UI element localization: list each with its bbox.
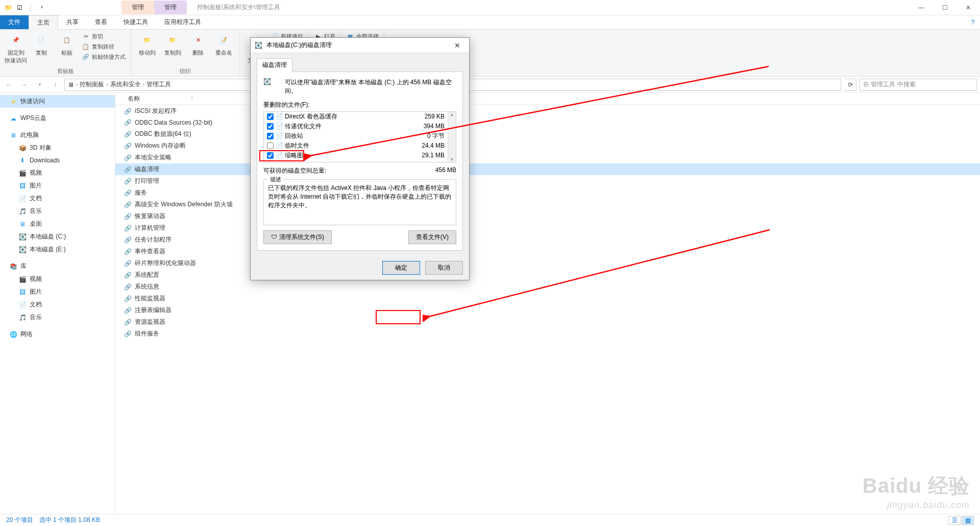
cleanup-checkbox[interactable] bbox=[267, 113, 274, 120]
tab-app-tools[interactable]: 应用程序工具 bbox=[156, 15, 209, 29]
desktop-icon: 🖥 bbox=[18, 220, 27, 228]
nav-this-pc[interactable]: 🖥此电脑 bbox=[0, 129, 115, 141]
forward-button[interactable]: → bbox=[18, 79, 31, 91]
navigation-pane[interactable]: ★快速访问 ☁WPS云盘 🖥此电脑 📦3D 对象 ⬇Downloads 🎬视频 … bbox=[0, 93, 115, 514]
list-item[interactable]: 🔗性能监视器 bbox=[115, 293, 980, 304]
recent-button[interactable]: ▾ bbox=[34, 79, 46, 91]
cleanup-checkbox[interactable] bbox=[267, 123, 274, 130]
cleanup-row[interactable]: 📄回收站0 字节 bbox=[264, 131, 456, 141]
ok-button[interactable]: 确定 bbox=[382, 261, 420, 275]
paste-button[interactable]: 📋粘贴 bbox=[55, 32, 79, 57]
list-item[interactable]: 🔗ODBC Data Sources (32-bit) bbox=[115, 117, 980, 128]
list-item[interactable]: 🔗高级安全 Windows Defender 防火墙 bbox=[115, 199, 980, 210]
cleanup-row[interactable]: 📄临时文件24.4 MB bbox=[264, 141, 456, 151]
list-item[interactable]: 🔗恢复驱动器 bbox=[115, 210, 980, 222]
file-list[interactable]: 🔗iSCSI 发起程序🔗ODBC Data Sources (32-bit)🔗O… bbox=[115, 105, 980, 514]
view-files-button[interactable]: 查看文件(V) bbox=[408, 230, 456, 244]
disk-cleanup-icon: 💽 bbox=[255, 42, 262, 49]
refresh-button[interactable]: ⟳ bbox=[844, 79, 856, 91]
list-item[interactable]: 🔗本地安全策略 bbox=[115, 152, 980, 163]
nav-downloads[interactable]: ⬇Downloads bbox=[0, 154, 115, 166]
list-item[interactable]: 🔗系统信息 bbox=[115, 281, 980, 293]
crumb-admin-tools[interactable]: 管理工具 bbox=[146, 80, 171, 89]
list-item[interactable]: 🔗注册表编辑器 bbox=[115, 304, 980, 316]
nav-quick-access[interactable]: ★快速访问 bbox=[0, 95, 115, 108]
nav-3d-objects[interactable]: 📦3D 对象 bbox=[0, 141, 115, 154]
tab-home[interactable]: 主页 bbox=[29, 15, 58, 30]
context-tab-app[interactable]: 管理 bbox=[154, 1, 187, 14]
cleanup-checkbox[interactable] bbox=[267, 142, 274, 149]
list-item[interactable]: 🔗资源监视器 bbox=[115, 316, 980, 328]
nav-disk-e[interactable]: 💽本地磁盘 (E:) bbox=[0, 243, 115, 256]
col-name[interactable]: 名称 bbox=[124, 94, 144, 103]
cut-button[interactable]: ✂剪切 bbox=[81, 32, 127, 41]
nav-lib-documents[interactable]: 📄文档 bbox=[0, 298, 115, 311]
scrollbar[interactable]: ▴▾ bbox=[448, 112, 456, 162]
move-to-button[interactable]: 📁移动到 bbox=[135, 32, 159, 57]
nav-music[interactable]: 🎵音乐 bbox=[0, 205, 115, 218]
close-button[interactable]: ✕ bbox=[957, 0, 980, 15]
tab-view[interactable]: 查看 bbox=[87, 15, 115, 29]
nav-lib-pictures[interactable]: 🖼图片 bbox=[0, 285, 115, 298]
cleanup-row[interactable]: 📄传递优化文件394 MB bbox=[264, 122, 456, 131]
list-item[interactable]: 🔗事件查看器 bbox=[115, 246, 980, 257]
cleanup-file-list[interactable]: 📄DirectX 着色器缓存259 KB📄传递优化文件394 MB📄回收站0 字… bbox=[263, 111, 456, 162]
nav-documents[interactable]: 📄文档 bbox=[0, 192, 115, 205]
back-button[interactable]: ← bbox=[3, 79, 15, 91]
dialog-titlebar[interactable]: 💽 本地磁盘(C:)的磁盘清理 ✕ bbox=[251, 38, 469, 53]
list-item[interactable]: 🔗ODBC 数据源(64 位) bbox=[115, 128, 980, 140]
clean-system-files-button[interactable]: 🛡清理系统文件(S) bbox=[263, 230, 332, 244]
cleanup-row[interactable]: 📄DirectX 着色器缓存259 KB bbox=[264, 112, 456, 122]
context-tab-shortcut[interactable]: 管理 bbox=[121, 1, 154, 14]
copy-path-button[interactable]: 📋复制路径 bbox=[81, 42, 127, 51]
list-item[interactable]: 🔗计算机管理 bbox=[115, 222, 980, 234]
list-item[interactable]: 🔗系统配置 bbox=[115, 269, 980, 281]
minimize-button[interactable]: — bbox=[910, 0, 933, 15]
cleanup-checkbox[interactable] bbox=[267, 133, 274, 139]
delete-button[interactable]: ✕删除 bbox=[186, 32, 210, 57]
tab-share[interactable]: 共享 bbox=[58, 15, 87, 29]
search-input[interactable]: 在 管理工具 中搜索 bbox=[860, 79, 977, 91]
cancel-button[interactable]: 取消 bbox=[425, 261, 463, 275]
list-item[interactable]: 🔗碎片整理和优化驱动器 bbox=[115, 257, 980, 269]
icons-view-button[interactable]: ▦ bbox=[962, 516, 974, 525]
list-item[interactable]: 🔗打印管理 bbox=[115, 175, 980, 187]
tab-file[interactable]: 文件 bbox=[0, 15, 29, 29]
nav-pictures[interactable]: 🖼图片 bbox=[0, 179, 115, 192]
pin-button[interactable]: 📌固定到 快速访问 bbox=[4, 32, 28, 64]
crumb-control-panel[interactable]: 控制面板 bbox=[80, 80, 104, 89]
nav-wps[interactable]: ☁WPS云盘 bbox=[0, 112, 115, 125]
status-bar: 20 个项目 选中 1 个项目 1.08 KB ☰ ▦ bbox=[0, 514, 980, 526]
cleanup-checkbox[interactable] bbox=[267, 152, 274, 159]
paste-shortcut-button[interactable]: 🔗粘贴快捷方式 bbox=[81, 52, 127, 61]
nav-libraries[interactable]: 📚库 bbox=[0, 260, 115, 273]
shortcut-icon: 🔗 bbox=[124, 236, 132, 244]
dialog-close-button[interactable]: ✕ bbox=[450, 41, 465, 50]
help-button[interactable]: ? bbox=[966, 15, 980, 29]
maximize-button[interactable]: ☐ bbox=[933, 0, 957, 15]
crumb-system-security[interactable]: 系统和安全 bbox=[110, 80, 141, 89]
details-view-button[interactable]: ☰ bbox=[948, 516, 961, 525]
nav-disk-c[interactable]: 💽本地磁盘 (C:) bbox=[0, 230, 115, 243]
rename-button[interactable]: 📝重命名 bbox=[212, 32, 235, 57]
checkbox-icon[interactable]: ☑ bbox=[15, 4, 23, 12]
nav-network[interactable]: 🌐网络 bbox=[0, 328, 115, 341]
nav-videos[interactable]: 🎬视频 bbox=[0, 166, 115, 179]
up-button[interactable]: ↑ bbox=[49, 79, 61, 91]
list-item[interactable]: 🔗组件服务 bbox=[115, 328, 980, 340]
copy-button[interactable]: 📄复制 bbox=[30, 32, 53, 57]
copy-to-button[interactable]: 📁复制到 bbox=[161, 32, 184, 57]
dialog-tab-cleanup[interactable]: 磁盘清理 bbox=[257, 58, 292, 72]
nav-desktop[interactable]: 🖥桌面 bbox=[0, 218, 115, 230]
column-headers[interactable]: 名称 ⌃ bbox=[115, 93, 980, 105]
nav-lib-music[interactable]: 🎵音乐 bbox=[0, 311, 115, 324]
tab-shortcut-tools[interactable]: 快捷工具 bbox=[115, 15, 156, 29]
cleanup-row[interactable]: 📄缩略图29.1 MB bbox=[264, 151, 456, 160]
list-item[interactable]: 🔗磁盘清理 bbox=[115, 163, 980, 175]
list-item[interactable]: 🔗Windows 内存诊断 bbox=[115, 140, 980, 152]
dropdown-icon[interactable]: ▼ bbox=[38, 4, 46, 12]
list-item[interactable]: 🔗任务计划程序 bbox=[115, 234, 980, 246]
nav-lib-videos[interactable]: 🎬视频 bbox=[0, 273, 115, 285]
list-item[interactable]: 🔗服务 bbox=[115, 187, 980, 199]
list-item[interactable]: 🔗iSCSI 发起程序 bbox=[115, 105, 980, 117]
